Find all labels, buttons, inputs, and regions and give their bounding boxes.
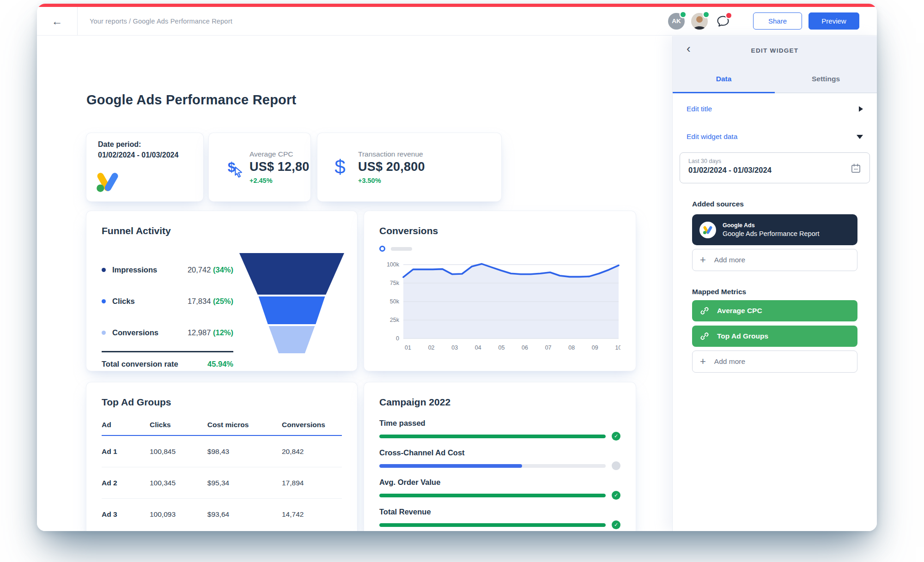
report-canvas: Google Ads Performance Report Date perio…	[37, 36, 672, 531]
progress-track	[379, 523, 606, 527]
table-cell: Ad 1	[102, 447, 150, 456]
ad-groups-title: Top Ad Groups	[102, 397, 342, 408]
back-button[interactable]: ←	[37, 7, 78, 35]
svg-text:25k: 25k	[390, 317, 400, 323]
svg-text:01: 01	[405, 344, 411, 351]
funnel-legend-row: Conversions 12,987 (12%)	[102, 317, 233, 348]
table-row: Ad 2100,345$95,3417,894	[102, 467, 342, 499]
chat-button[interactable]	[714, 12, 732, 30]
online-status-dot	[704, 12, 709, 17]
campaign-progress-row: Time passed ✓	[379, 419, 620, 441]
svg-text:10: 10	[615, 344, 620, 351]
preview-button[interactable]: Preview	[808, 12, 859, 30]
funnel-legend: Impressions 20,742 (34%) Clicks 17,834 (…	[102, 254, 233, 348]
add-source-button[interactable]: + Add more	[692, 249, 857, 271]
check-circle-icon: ✓	[612, 432, 620, 441]
link-icon	[699, 331, 710, 341]
edit-widget-data-link[interactable]: Edit widget data	[680, 125, 870, 149]
svg-text:100k: 100k	[387, 261, 400, 268]
mapped-metric-top-ad-groups[interactable]: Top Ad Groups	[692, 326, 857, 347]
date-period-value: 01/02/2024 - 01/03/2024	[98, 151, 192, 159]
cpc-value: US$ 12,80	[249, 160, 309, 174]
edit-title-label: Edit title	[687, 105, 712, 113]
table-row: Ad 3100,093$93,6414,742	[102, 499, 342, 530]
campaign-progress-row: Total Revenue ✓	[379, 508, 620, 529]
table-column-header: Clicks	[150, 421, 207, 429]
table-column-header: Ad	[102, 421, 150, 429]
avatar-initials[interactable]: AK	[668, 13, 685, 30]
svg-text:09: 09	[592, 344, 598, 351]
widget-conversions[interactable]: Conversions 100k75k50k25k001020304050607…	[364, 211, 636, 371]
chevron-right-icon	[859, 106, 863, 112]
progress-track	[379, 494, 606, 497]
legend-dot-icon	[102, 331, 106, 335]
mapped-metrics-label: Mapped Metrics	[692, 288, 857, 296]
svg-text:04: 04	[475, 344, 481, 351]
link-icon	[699, 306, 710, 316]
table-cell: 17,894	[282, 479, 342, 487]
progress-fill	[379, 464, 522, 468]
progress-fill	[379, 494, 606, 497]
ad-groups-table: AdClicksCost microsConversions Ad 1100,8…	[102, 421, 342, 530]
table-cell: $98,43	[207, 447, 282, 456]
cursor-icon	[233, 166, 245, 178]
legend-ring-icon	[379, 246, 385, 252]
check-circle-icon: ✓	[612, 491, 620, 500]
funnel-segment	[239, 253, 344, 295]
widget-funnel-activity[interactable]: Funnel Activity Impressions 20,742 (34%)…	[86, 211, 357, 371]
funnel-total-row: Total conversion rate 45.94%	[102, 360, 233, 369]
revenue-delta: +3.50%	[358, 177, 425, 184]
svg-text:07: 07	[545, 344, 552, 351]
add-metric-button[interactable]: + Add more	[692, 350, 857, 373]
funnel-legend-row: Clicks 17,834 (25%)	[102, 285, 233, 317]
avatar-photo[interactable]	[691, 13, 708, 30]
plus-icon: +	[700, 357, 706, 367]
table-column-header: Conversions	[282, 421, 342, 429]
funnel-divider	[102, 351, 233, 352]
table-cell: 100,093	[150, 510, 207, 519]
funnel-title: Funnel Activity	[102, 225, 342, 236]
kpi-card-average-cpc[interactable]: $ Average CPC US$ 12,80 +2.45%	[209, 133, 310, 201]
tab-data[interactable]: Data	[673, 65, 775, 93]
widget-campaign-2022[interactable]: Campaign 2022 Time passed ✓Cross-Channel…	[364, 382, 636, 531]
cost-per-click-icon: $	[219, 159, 244, 175]
kpi-card-transaction-revenue[interactable]: $ Transaction revenue US$ 20,800 +3.50%	[317, 133, 501, 201]
drawer-back-chevron-icon[interactable]: ‹	[687, 42, 691, 54]
calendar-icon[interactable]	[851, 163, 861, 174]
table-cell: 20,842	[282, 447, 342, 456]
table-row: Ad 1100,845$98,4320,842	[102, 436, 342, 467]
source-card-google-ads[interactable]: Google Ads Google Ads Performance Report	[692, 214, 857, 245]
tab-settings[interactable]: Settings	[775, 65, 877, 93]
progress-track	[379, 464, 606, 468]
check-circle-icon: ✓	[612, 520, 620, 529]
funnel-segment	[239, 296, 344, 324]
total-conversion-value: 45.94%	[207, 360, 233, 369]
date-range-selector[interactable]: Last 30 days 01/02/2024 - 01/03/2024	[680, 152, 870, 183]
legend-label: Impressions	[112, 266, 157, 274]
campaign-title: Campaign 2022	[379, 397, 620, 408]
date-period-label: Date period:	[98, 139, 192, 150]
svg-text:03: 03	[451, 344, 458, 351]
edit-widget-data-label: Edit widget data	[687, 133, 737, 141]
drawer-body: Edit title Edit widget data Last 30 days…	[673, 97, 877, 373]
edit-widget-drawer: ‹ EDIT WIDGET DataSettings Edit title Ed…	[672, 36, 877, 531]
svg-text:0: 0	[396, 335, 399, 342]
progress-label: Avg. Order Value	[379, 478, 620, 487]
date-range-value: 01/02/2024 - 01/03/2024	[688, 166, 861, 175]
google-ads-logo-icon	[699, 222, 716, 238]
widget-top-ad-groups[interactable]: Top Ad Groups AdClicksCost microsConvers…	[86, 382, 357, 531]
share-button[interactable]: Share	[753, 12, 802, 30]
revenue-label: Transaction revenue	[358, 150, 425, 158]
kpi-card-date-period[interactable]: Date period: 01/02/2024 - 01/03/2024	[86, 133, 203, 201]
breadcrumb[interactable]: Your reports / Google Ads Performance Re…	[90, 18, 232, 25]
edit-title-link[interactable]: Edit title	[680, 97, 870, 121]
svg-text:06: 06	[522, 344, 528, 351]
cpc-label: Average CPC	[249, 150, 309, 158]
chevron-down-icon	[857, 135, 863, 139]
notification-dot	[726, 13, 731, 18]
legend-label: Clicks	[112, 297, 135, 306]
mapped-metric-average-cpc[interactable]: Average CPC	[692, 300, 857, 321]
avatar-initials-text: AK	[672, 18, 681, 24]
total-conversion-label: Total conversion rate	[102, 360, 178, 369]
progress-fill	[379, 435, 606, 438]
